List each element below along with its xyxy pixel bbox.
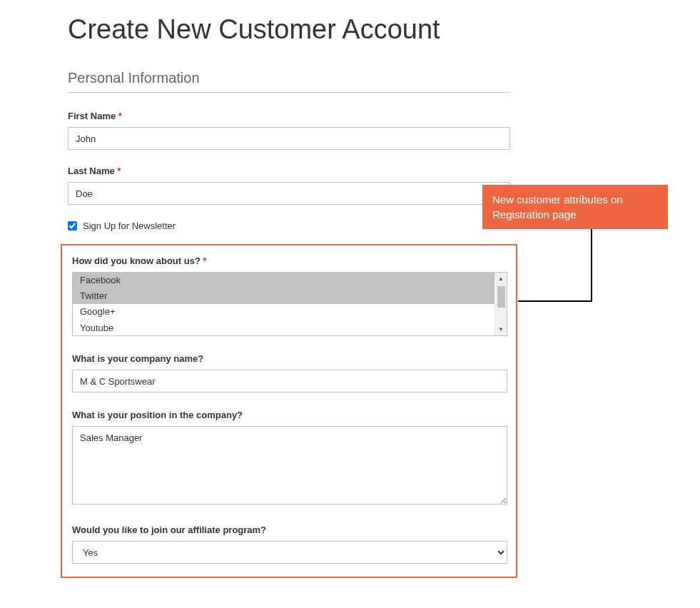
- source-option[interactable]: Twitter: [73, 288, 494, 304]
- connector-line: [518, 300, 592, 302]
- custom-attributes-box: How did you know about us? Facebook Twit…: [61, 244, 517, 578]
- source-field: How did you know about us? Facebook Twit…: [72, 255, 507, 336]
- annotation-callout: New customer attributes on Registration …: [482, 185, 668, 229]
- newsletter-checkbox[interactable]: [68, 221, 77, 230]
- last-name-input[interactable]: [68, 182, 510, 205]
- company-label: What is your company name?: [72, 353, 507, 364]
- company-field: What is your company name?: [72, 353, 507, 392]
- position-textarea[interactable]: Sales Manager: [72, 426, 507, 505]
- scroll-down-icon[interactable]: ▼: [495, 323, 507, 335]
- source-listbox[interactable]: Facebook Twitter Google+ Youtube ▲ ▼: [72, 272, 507, 336]
- source-label: How did you know about us?: [72, 255, 507, 266]
- affiliate-label: Would you like to join our affiliate pro…: [72, 525, 507, 535]
- source-listbox-items: Facebook Twitter Google+ Youtube: [73, 273, 494, 335]
- first-name-label: First Name: [68, 111, 510, 121]
- source-option[interactable]: Youtube: [73, 320, 494, 335]
- connector-line: [591, 229, 592, 302]
- affiliate-select[interactable]: Yes: [72, 541, 507, 564]
- company-input[interactable]: [72, 370, 507, 392]
- position-label: What is your position in the company?: [72, 410, 507, 420]
- first-name-input[interactable]: [68, 127, 510, 150]
- scroll-thumb[interactable]: [497, 286, 505, 308]
- scroll-up-icon[interactable]: ▲: [495, 273, 507, 285]
- last-name-field: Last Name: [68, 166, 510, 205]
- scrollbar[interactable]: ▲ ▼: [494, 273, 507, 335]
- page-title: Create New Customer Account: [68, 14, 632, 45]
- position-field: What is your position in the company? Sa…: [72, 410, 507, 507]
- last-name-label: Last Name: [68, 166, 510, 176]
- source-option[interactable]: Google+: [73, 304, 494, 320]
- newsletter-label: Sign Up for Newsletter: [83, 221, 176, 231]
- form-container: Create New Customer Account Personal Inf…: [0, 0, 700, 599]
- source-option[interactable]: Facebook: [73, 273, 494, 288]
- section-title: Personal Information: [68, 70, 510, 93]
- first-name-field: First Name: [68, 111, 510, 150]
- affiliate-field: Would you like to join our affiliate pro…: [72, 525, 507, 564]
